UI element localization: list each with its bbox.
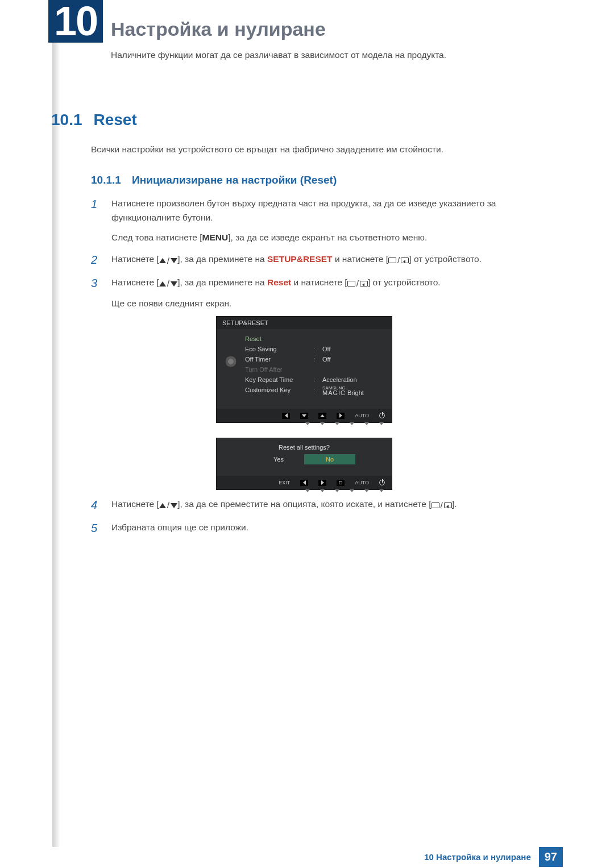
- osd-question: Reset all settings?: [217, 438, 392, 454]
- step-5: 5 Избраната опция ще се приложи.: [91, 521, 546, 535]
- nav-enter-icon: [337, 480, 345, 486]
- step-text: Избраната опция ще се приложи.: [111, 521, 248, 535]
- reset-label: Reset: [267, 277, 291, 287]
- step-number: 4: [91, 497, 101, 513]
- nav-down-icon: [300, 413, 308, 419]
- step-4: 4 Натиснете [/], за да се преместите на …: [91, 497, 546, 513]
- step-text: Натиснете [/], за да преминете на SETUP&…: [111, 252, 482, 268]
- osd-row: Eco Saving:Off: [245, 344, 386, 354]
- footer-page-number: 97: [539, 847, 563, 867]
- up-down-icon: /: [159, 254, 177, 268]
- nav-up-icon: [318, 413, 326, 419]
- section-title: Reset: [94, 111, 137, 129]
- setup-reset-label: SETUP&RESET: [267, 254, 333, 264]
- step-number: 3: [91, 276, 101, 311]
- samsung-magic-label: SAMSUNGMAGIC: [322, 387, 346, 396]
- osd-setup-reset-screenshot: SETUP&RESET Reset Eco Saving:Off Off Tim…: [216, 316, 392, 423]
- menu-label: MENU: [202, 232, 229, 242]
- select-enter-icon: /: [432, 499, 452, 513]
- osd-no-button: No: [304, 454, 355, 464]
- osd-navbar: AUTO: [217, 409, 392, 422]
- chapter-number-badge: 10: [48, 0, 103, 43]
- step-text: Натиснете [/], за да преминете на Reset …: [111, 276, 441, 291]
- nav-right-icon: [337, 413, 345, 419]
- step-text: Натиснете произволен бутон върху преднат…: [111, 197, 546, 225]
- osd-confirm-screenshot: Reset all settings? Yes No EXIT AUTO: [216, 438, 392, 490]
- nav-auto-label: AUTO: [355, 413, 369, 418]
- nav-exit-label: EXIT: [279, 480, 290, 485]
- subsection-title: Инициализиране на настройки (Reset): [132, 174, 337, 186]
- osd-row: Turn Off After: [245, 364, 386, 375]
- footer-chapter-label: 10 Настройка и нулиране: [424, 852, 531, 862]
- osd-navbar: EXIT AUTO: [217, 476, 392, 489]
- section-description: Всички настройки на устройството се връщ…: [91, 144, 546, 155]
- nav-left-icon: [300, 480, 308, 486]
- step-text: Ще се появи следният екран.: [111, 297, 441, 311]
- chapter-note: Наличните функции могат да се различават…: [111, 50, 446, 60]
- subsection-number: 10.1.1: [91, 174, 121, 186]
- gear-icon: [225, 355, 237, 368]
- power-icon: [379, 480, 385, 485]
- step-3: 3 Натиснете [/], за да преминете на Rese…: [91, 276, 546, 311]
- step-number: 2: [91, 252, 101, 268]
- section-heading: 10.1 Reset: [51, 111, 137, 129]
- step-number: 5: [91, 521, 101, 535]
- step-1: 1 Натиснете произволен бутон върху предн…: [91, 197, 546, 244]
- step-text: Натиснете [/], за да се преместите на оп…: [111, 497, 457, 513]
- step-2: 2 Натиснете [/], за да преминете на SETU…: [91, 252, 546, 268]
- nav-auto-label: AUTO: [355, 480, 369, 485]
- osd-yes-button: Yes: [253, 454, 304, 464]
- select-enter-icon: /: [347, 277, 368, 291]
- select-enter-icon: /: [388, 254, 409, 268]
- up-down-icon: /: [159, 277, 177, 291]
- section-number: 10.1: [51, 111, 82, 129]
- subsection-heading: 10.1.1 Инициализиране на настройки (Rese…: [91, 174, 337, 186]
- step-text: След това натиснете [MENU], за да се изв…: [111, 231, 546, 245]
- nav-right-icon: [318, 480, 326, 486]
- osd-row: Reset: [245, 334, 386, 344]
- osd-row: Off Timer:Off: [245, 354, 386, 364]
- nav-left-icon: [282, 413, 290, 419]
- osd-title: SETUP&RESET: [217, 317, 392, 329]
- osd-row: Key Repeat Time:Acceleration: [245, 375, 386, 385]
- osd-row: Customized Key:SAMSUNGMAGIC Bright: [245, 385, 386, 398]
- up-down-icon: /: [159, 499, 177, 513]
- page-footer: 10 Настройка и нулиране 97: [0, 845, 614, 868]
- chapter-title: Настройка и нулиране: [111, 18, 326, 40]
- power-icon: [379, 413, 385, 418]
- step-number: 1: [91, 197, 101, 244]
